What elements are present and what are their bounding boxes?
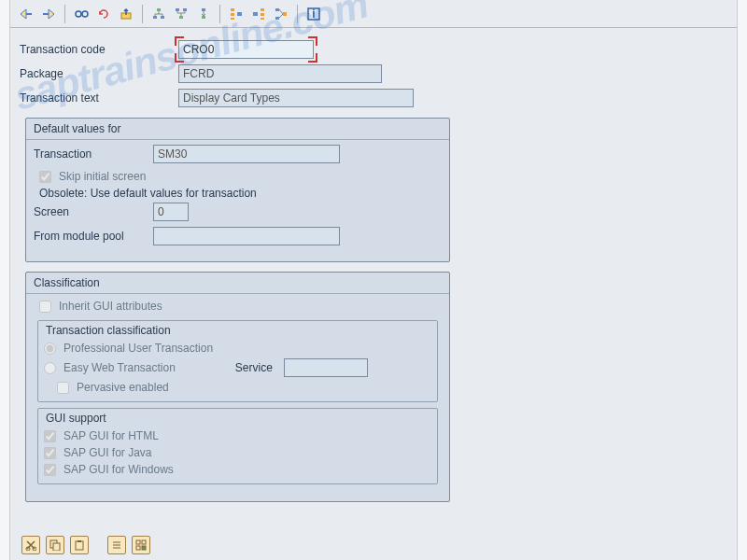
svg-rect-25 xyxy=(237,12,242,16)
professional-label: Professional User Transaction xyxy=(63,342,213,355)
transaction-text-input xyxy=(178,89,414,107)
tree-level-button[interactable] xyxy=(271,4,291,24)
transaction-text-label: Transaction text xyxy=(20,91,178,105)
svg-rect-41 xyxy=(76,541,83,550)
svg-rect-49 xyxy=(142,546,146,550)
easy-web-radio xyxy=(44,362,56,374)
svg-line-34 xyxy=(279,14,283,18)
transaction-code-input[interactable] xyxy=(178,40,314,59)
svg-rect-7 xyxy=(153,16,157,19)
forward-button[interactable] xyxy=(38,4,59,24)
gui-support-title: GUI support xyxy=(38,409,437,427)
svg-rect-47 xyxy=(142,540,146,544)
svg-rect-31 xyxy=(275,17,279,20)
gui-support-subgroup: GUI support SAP GUI for HTML SAP GUI for… xyxy=(37,408,438,484)
display-button[interactable] xyxy=(71,4,92,24)
svg-rect-28 xyxy=(261,13,264,16)
highlight-corner xyxy=(175,36,184,46)
classification-group: Classification Inherit GUI attributes Tr… xyxy=(25,272,450,502)
grid-button[interactable] xyxy=(132,536,150,554)
svg-rect-22 xyxy=(231,8,234,11)
form-area: Transaction code Package Transaction tex… xyxy=(10,28,737,517)
svg-rect-29 xyxy=(261,18,264,20)
default-values-title: Default values for xyxy=(26,119,449,140)
highlight-corner xyxy=(175,53,184,63)
toolbar: i xyxy=(10,0,737,28)
svg-rect-8 xyxy=(161,16,164,19)
svg-rect-48 xyxy=(136,546,140,550)
package-input xyxy=(178,64,382,83)
service-input xyxy=(284,358,368,377)
separator xyxy=(64,5,65,23)
gui-windows-label: SAP GUI for Windows xyxy=(63,463,174,476)
transaction-classification-title: Transaction classification xyxy=(38,321,437,340)
paste-button[interactable] xyxy=(70,536,89,554)
screen-label: Screen xyxy=(34,205,153,218)
gui-java-label: SAP GUI for Java xyxy=(63,446,151,459)
export-button[interactable] xyxy=(116,4,136,24)
highlight-corner xyxy=(308,36,317,46)
pervasive-label: Pervasive enabled xyxy=(77,381,169,394)
svg-line-33 xyxy=(279,9,283,14)
hierarchy-level-button[interactable] xyxy=(171,4,191,24)
hierarchy-down-button[interactable] xyxy=(193,4,214,24)
copy-button[interactable] xyxy=(46,536,64,554)
svg-rect-24 xyxy=(231,18,234,20)
inherit-gui-label: Inherit GUI attributes xyxy=(59,300,162,313)
highlight-corner xyxy=(308,53,317,63)
transaction-classification-subgroup: Transaction classification Professional … xyxy=(37,320,438,402)
gui-html-checkbox xyxy=(44,430,56,442)
svg-point-3 xyxy=(82,11,88,17)
svg-rect-20 xyxy=(202,8,205,11)
transaction-code-label: Transaction code xyxy=(20,43,178,56)
spacer xyxy=(94,536,102,554)
separator xyxy=(297,5,298,23)
cut-button[interactable] xyxy=(21,536,40,554)
tree-expand-button[interactable] xyxy=(248,4,269,24)
tree-collapse-button[interactable] xyxy=(226,4,247,24)
svg-rect-23 xyxy=(231,13,234,16)
screen-input xyxy=(153,203,189,221)
gui-java-checkbox xyxy=(44,447,56,459)
svg-rect-40 xyxy=(53,543,60,551)
gui-html-label: SAP GUI for HTML xyxy=(63,429,159,442)
svg-rect-6 xyxy=(157,8,161,11)
gui-windows-checkbox xyxy=(44,464,56,476)
svg-rect-42 xyxy=(78,540,81,542)
professional-radio xyxy=(44,343,56,355)
svg-point-2 xyxy=(76,11,81,17)
svg-rect-32 xyxy=(283,12,287,16)
module-pool-label: From module pool xyxy=(34,230,153,243)
svg-rect-13 xyxy=(176,8,179,11)
bottom-toolbar xyxy=(21,536,150,554)
skip-initial-label: Skip initial screen xyxy=(59,170,146,183)
svg-rect-46 xyxy=(136,540,140,544)
hierarchy-up-button[interactable] xyxy=(148,4,169,24)
module-pool-input xyxy=(153,227,340,245)
transaction-input xyxy=(153,145,340,163)
skip-initial-checkbox xyxy=(39,171,51,183)
svg-rect-30 xyxy=(275,8,279,11)
easy-web-label: Easy Web Transaction xyxy=(63,361,176,374)
inherit-gui-checkbox xyxy=(39,301,51,313)
classification-title: Classification xyxy=(26,273,449,294)
svg-text:i: i xyxy=(312,7,315,21)
refresh-button[interactable] xyxy=(93,4,114,24)
svg-rect-15 xyxy=(179,16,183,19)
package-label: Package xyxy=(20,67,178,80)
info-button[interactable]: i xyxy=(303,4,324,24)
pervasive-checkbox xyxy=(57,382,69,394)
svg-rect-26 xyxy=(253,12,258,16)
separator xyxy=(142,5,143,23)
svg-rect-27 xyxy=(261,8,264,11)
list-button[interactable] xyxy=(107,536,126,554)
back-button[interactable] xyxy=(16,4,36,24)
svg-rect-14 xyxy=(183,8,187,11)
main-panel: i Transaction code Package Transaction t… xyxy=(9,0,738,560)
default-values-group: Default values for Transaction Skip init… xyxy=(25,118,450,262)
transaction-label: Transaction xyxy=(34,147,153,161)
obsolete-text: Obsolete: Use default values for transac… xyxy=(34,185,442,202)
separator xyxy=(219,5,220,23)
service-label: Service xyxy=(235,361,273,374)
